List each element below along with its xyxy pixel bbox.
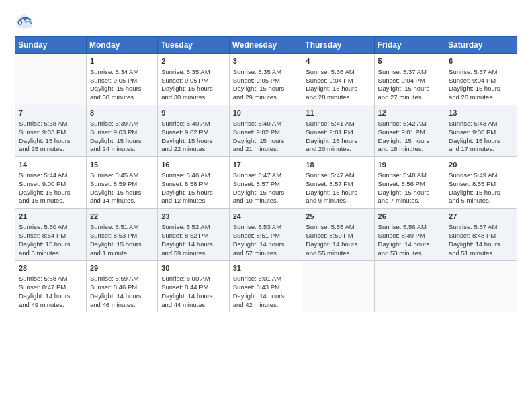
day-number: 28 xyxy=(19,263,83,273)
day-info: Sunrise: 5:57 AM Sunset: 8:48 PM Dayligh… xyxy=(449,223,513,257)
calendar-cell: 4Sunrise: 5:36 AM Sunset: 9:04 PM Daylig… xyxy=(302,54,374,105)
day-number: 6 xyxy=(449,56,513,66)
weekday-thursday: Thursday xyxy=(302,37,374,54)
day-number: 16 xyxy=(161,160,226,170)
calendar-cell xyxy=(15,54,87,105)
logo xyxy=(15,12,36,31)
calendar-cell: 7Sunrise: 5:38 AM Sunset: 9:03 PM Daylig… xyxy=(15,105,87,157)
day-number: 2 xyxy=(161,56,226,66)
day-info: Sunrise: 5:48 AM Sunset: 8:56 PM Dayligh… xyxy=(378,171,441,205)
calendar-cell: 22Sunrise: 5:51 AM Sunset: 8:53 PM Dayli… xyxy=(86,209,157,261)
day-number: 26 xyxy=(378,212,441,222)
day-number: 18 xyxy=(306,160,370,170)
calendar-cell xyxy=(374,261,445,312)
calendar-cell: 8Sunrise: 5:39 AM Sunset: 9:03 PM Daylig… xyxy=(86,105,157,157)
calendar-cell: 9Sunrise: 5:40 AM Sunset: 9:02 PM Daylig… xyxy=(158,105,230,157)
calendar-cell: 13Sunrise: 5:43 AM Sunset: 9:00 PM Dayli… xyxy=(445,105,517,157)
day-info: Sunrise: 5:56 AM Sunset: 8:49 PM Dayligh… xyxy=(378,223,441,257)
day-number: 19 xyxy=(378,160,441,170)
calendar-cell: 20Sunrise: 5:49 AM Sunset: 8:55 PM Dayli… xyxy=(445,157,517,209)
day-number: 31 xyxy=(233,263,299,273)
calendar-cell: 6Sunrise: 5:37 AM Sunset: 9:04 PM Daylig… xyxy=(445,54,517,105)
calendar-table: SundayMondayTuesdayWednesdayThursdayFrid… xyxy=(15,36,517,312)
calendar-cell xyxy=(302,261,374,312)
calendar-cell: 21Sunrise: 5:50 AM Sunset: 8:54 PM Dayli… xyxy=(15,209,87,261)
weekday-sunday: Sunday xyxy=(15,37,87,54)
calendar-cell: 27Sunrise: 5:57 AM Sunset: 8:48 PM Dayli… xyxy=(445,209,517,261)
day-info: Sunrise: 5:36 AM Sunset: 9:04 PM Dayligh… xyxy=(306,68,370,102)
calendar-cell: 12Sunrise: 5:42 AM Sunset: 9:01 PM Dayli… xyxy=(374,105,445,157)
day-number: 9 xyxy=(161,108,226,118)
calendar-cell: 3Sunrise: 5:35 AM Sunset: 9:05 PM Daylig… xyxy=(229,54,302,105)
calendar-cell: 29Sunrise: 5:59 AM Sunset: 8:46 PM Dayli… xyxy=(86,261,157,312)
week-row-1: 1Sunrise: 5:34 AM Sunset: 9:05 PM Daylig… xyxy=(15,54,517,105)
day-info: Sunrise: 5:34 AM Sunset: 9:05 PM Dayligh… xyxy=(90,68,154,102)
day-info: Sunrise: 5:47 AM Sunset: 8:57 PM Dayligh… xyxy=(233,171,299,205)
day-number: 29 xyxy=(90,263,154,273)
day-number: 25 xyxy=(306,212,370,222)
day-number: 12 xyxy=(378,108,441,118)
weekday-tuesday: Tuesday xyxy=(158,37,230,54)
calendar-cell: 10Sunrise: 5:40 AM Sunset: 9:02 PM Dayli… xyxy=(229,105,302,157)
calendar-cell: 30Sunrise: 6:00 AM Sunset: 8:44 PM Dayli… xyxy=(158,261,230,312)
calendar-cell: 2Sunrise: 5:35 AM Sunset: 9:05 PM Daylig… xyxy=(158,54,230,105)
calendar-cell: 18Sunrise: 5:47 AM Sunset: 8:57 PM Dayli… xyxy=(302,157,374,209)
day-number: 1 xyxy=(90,56,154,66)
calendar-cell: 31Sunrise: 6:01 AM Sunset: 8:43 PM Dayli… xyxy=(229,261,302,312)
day-number: 17 xyxy=(233,160,299,170)
calendar-cell: 19Sunrise: 5:48 AM Sunset: 8:56 PM Dayli… xyxy=(374,157,445,209)
day-number: 20 xyxy=(449,160,513,170)
weekday-wednesday: Wednesday xyxy=(229,37,302,54)
day-number: 3 xyxy=(233,56,299,66)
day-number: 14 xyxy=(19,160,83,170)
calendar-cell: 11Sunrise: 5:41 AM Sunset: 9:01 PM Dayli… xyxy=(302,105,374,157)
week-row-3: 14Sunrise: 5:44 AM Sunset: 9:00 PM Dayli… xyxy=(15,157,517,209)
day-info: Sunrise: 5:52 AM Sunset: 8:52 PM Dayligh… xyxy=(161,223,226,257)
weekday-header-row: SundayMondayTuesdayWednesdayThursdayFrid… xyxy=(15,37,517,54)
calendar-cell: 17Sunrise: 5:47 AM Sunset: 8:57 PM Dayli… xyxy=(229,157,302,209)
day-info: Sunrise: 5:35 AM Sunset: 9:05 PM Dayligh… xyxy=(233,68,299,102)
day-info: Sunrise: 5:37 AM Sunset: 9:04 PM Dayligh… xyxy=(449,68,513,102)
calendar-cell: 15Sunrise: 5:45 AM Sunset: 8:59 PM Dayli… xyxy=(86,157,157,209)
day-number: 5 xyxy=(378,56,441,66)
day-info: Sunrise: 5:35 AM Sunset: 9:05 PM Dayligh… xyxy=(161,68,226,102)
svg-point-3 xyxy=(19,21,21,24)
day-info: Sunrise: 5:40 AM Sunset: 9:02 PM Dayligh… xyxy=(161,120,226,154)
day-info: Sunrise: 5:37 AM Sunset: 9:04 PM Dayligh… xyxy=(378,68,441,102)
calendar-cell: 23Sunrise: 5:52 AM Sunset: 8:52 PM Dayli… xyxy=(158,209,230,261)
day-number: 30 xyxy=(161,263,226,273)
day-info: Sunrise: 5:49 AM Sunset: 8:55 PM Dayligh… xyxy=(449,171,513,205)
day-info: Sunrise: 5:45 AM Sunset: 8:59 PM Dayligh… xyxy=(90,171,154,205)
day-info: Sunrise: 5:41 AM Sunset: 9:01 PM Dayligh… xyxy=(306,120,370,154)
day-info: Sunrise: 5:59 AM Sunset: 8:46 PM Dayligh… xyxy=(90,275,154,309)
day-info: Sunrise: 5:39 AM Sunset: 9:03 PM Dayligh… xyxy=(90,120,154,154)
day-info: Sunrise: 5:53 AM Sunset: 8:51 PM Dayligh… xyxy=(233,223,299,257)
day-info: Sunrise: 5:47 AM Sunset: 8:57 PM Dayligh… xyxy=(306,171,370,205)
weekday-saturday: Saturday xyxy=(445,37,517,54)
calendar-cell: 16Sunrise: 5:46 AM Sunset: 8:58 PM Dayli… xyxy=(158,157,230,209)
logo-icon xyxy=(15,12,34,31)
day-info: Sunrise: 6:00 AM Sunset: 8:44 PM Dayligh… xyxy=(161,275,226,309)
day-number: 24 xyxy=(233,212,299,222)
weekday-friday: Friday xyxy=(374,37,445,54)
day-info: Sunrise: 5:50 AM Sunset: 8:54 PM Dayligh… xyxy=(19,223,83,257)
calendar-cell: 26Sunrise: 5:56 AM Sunset: 8:49 PM Dayli… xyxy=(374,209,445,261)
day-number: 22 xyxy=(90,212,154,222)
day-info: Sunrise: 5:40 AM Sunset: 9:02 PM Dayligh… xyxy=(233,120,299,154)
day-number: 11 xyxy=(306,108,370,118)
day-number: 4 xyxy=(306,56,370,66)
day-number: 10 xyxy=(233,108,299,118)
calendar-page: SundayMondayTuesdayWednesdayThursdayFrid… xyxy=(0,0,532,411)
week-row-5: 28Sunrise: 5:58 AM Sunset: 8:47 PM Dayli… xyxy=(15,261,517,312)
day-info: Sunrise: 5:46 AM Sunset: 8:58 PM Dayligh… xyxy=(161,171,226,205)
day-number: 23 xyxy=(161,212,226,222)
day-info: Sunrise: 5:55 AM Sunset: 8:50 PM Dayligh… xyxy=(306,223,370,257)
day-number: 15 xyxy=(90,160,154,170)
calendar-cell: 28Sunrise: 5:58 AM Sunset: 8:47 PM Dayli… xyxy=(15,261,87,312)
calendar-cell: 14Sunrise: 5:44 AM Sunset: 9:00 PM Dayli… xyxy=(15,157,87,209)
day-number: 8 xyxy=(90,108,154,118)
calendar-cell: 5Sunrise: 5:37 AM Sunset: 9:04 PM Daylig… xyxy=(374,54,445,105)
day-info: Sunrise: 5:51 AM Sunset: 8:53 PM Dayligh… xyxy=(90,223,154,257)
day-info: Sunrise: 6:01 AM Sunset: 8:43 PM Dayligh… xyxy=(233,275,299,309)
calendar-cell: 24Sunrise: 5:53 AM Sunset: 8:51 PM Dayli… xyxy=(229,209,302,261)
